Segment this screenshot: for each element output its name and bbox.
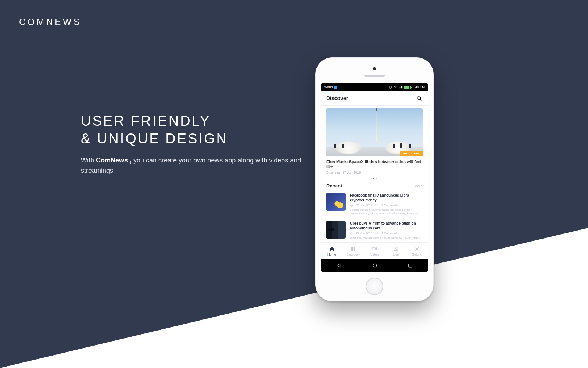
- background-dark-wedge: [0, 0, 588, 368]
- tab-label: Home: [327, 253, 336, 256]
- phone-power-button: [433, 112, 434, 128]
- article-comments: 2 Comments: [381, 204, 398, 207]
- clock-label: 2:49 PM: [412, 85, 425, 89]
- article-date: 30 Jun 2019: [356, 204, 372, 207]
- carrier-label: Warid: [324, 85, 333, 89]
- phone-volume-up: [315, 112, 316, 127]
- phone-mute-switch: [315, 97, 316, 106]
- brand-wordmark: COMNEWS: [19, 17, 82, 27]
- recents-button[interactable]: [408, 263, 413, 268]
- featured-card[interactable]: FEATURED Elon Musk: SpaceX flights betwe…: [326, 108, 423, 174]
- app-header: Discover: [321, 91, 428, 106]
- featured-meta: Business · 27 Jun 2019: [326, 171, 423, 174]
- featured-badge: FEATURED: [400, 151, 423, 156]
- promo-canvas: COMNEWS USER FRIENDLY & UNIQUE DESIGN Wi…: [0, 0, 588, 368]
- back-button[interactable]: [336, 262, 342, 268]
- article-excerpt: Uber said Wednesday it has acquired comp…: [350, 236, 423, 240]
- svg-point-3: [395, 248, 397, 250]
- tab-label: Setting: [412, 253, 422, 256]
- battery-icon: [404, 86, 411, 89]
- hero-headline-line2: & UNIQUE DESIGN: [81, 131, 228, 146]
- android-status-bar: Warid 2:49 PM: [321, 83, 428, 91]
- carousel-dots[interactable]: ●●●: [326, 174, 423, 181]
- svg-rect-6: [409, 264, 412, 267]
- wifi-icon: [394, 85, 398, 89]
- svg-point-4: [416, 248, 418, 250]
- hero-headline-line1: USER FRIENDLY: [81, 113, 211, 129]
- comment-icon: [375, 204, 379, 207]
- carrier-badge-icon: [334, 86, 337, 89]
- recent-more-link[interactable]: More: [414, 184, 423, 188]
- recent-header: Recent More: [326, 181, 423, 192]
- video-icon: [371, 246, 378, 252]
- comment-icon: [375, 232, 379, 235]
- article-excerpt: Facebook has finally revealed the detail…: [350, 208, 423, 216]
- article-thumbnail: [326, 221, 346, 239]
- tab-label: Category: [347, 253, 360, 256]
- gear-icon: [414, 246, 420, 252]
- hero-headline: USER FRIENDLY & UNIQUE DESIGN: [81, 112, 309, 147]
- article-date: 27 Jun 2019: [356, 232, 372, 235]
- phone-mockup: Warid 2:49 PM Discover: [315, 57, 434, 301]
- signal-icon: [399, 85, 403, 89]
- hero-subtext: With ComNews , you can create your own n…: [81, 156, 309, 176]
- search-icon[interactable]: [416, 95, 423, 101]
- clock-icon: [350, 232, 353, 235]
- clock-icon: [350, 204, 353, 207]
- article-title: Facebook finally announces Libra cryptoc…: [350, 193, 423, 203]
- content-scroll[interactable]: FEATURED Elon Musk: SpaceX flights betwe…: [321, 106, 428, 242]
- tab-live[interactable]: Live: [385, 243, 406, 259]
- grid-icon: [350, 246, 356, 252]
- app-header-title: Discover: [326, 95, 348, 101]
- tab-category[interactable]: Category: [343, 243, 364, 259]
- featured-title: Elon Musk: SpaceX flights between cities…: [326, 156, 423, 171]
- camera-icon: [392, 246, 399, 252]
- tab-home[interactable]: Home: [321, 243, 343, 259]
- article-title: Uber buys AI firm to advance push on aut…: [350, 221, 423, 231]
- hero-copy: USER FRIENDLY & UNIQUE DESIGN With ComNe…: [81, 112, 309, 176]
- svg-point-0: [417, 96, 421, 99]
- tab-setting[interactable]: Setting: [406, 243, 428, 259]
- phone-volume-down: [315, 130, 316, 144]
- article-comments: 1 Comments: [381, 232, 398, 235]
- tab-label: Live: [393, 253, 399, 256]
- tab-label: Video: [370, 253, 379, 256]
- article-thumbnail: [326, 193, 346, 211]
- bottom-tab-bar: Home Category Video Live Setting: [321, 242, 428, 259]
- phone-home-button: [366, 278, 383, 295]
- svg-point-5: [373, 264, 376, 267]
- vibrate-icon: [388, 85, 392, 89]
- featured-image: FEATURED: [326, 108, 423, 156]
- list-item[interactable]: Facebook finally announces Libra cryptoc…: [326, 192, 423, 220]
- list-item[interactable]: Uber buys AI firm to advance push on aut…: [326, 219, 423, 242]
- home-button[interactable]: [372, 262, 378, 268]
- home-icon: [329, 246, 335, 252]
- android-nav-bar: [321, 259, 428, 272]
- tab-video[interactable]: Video: [364, 243, 385, 259]
- phone-screen: Warid 2:49 PM Discover: [321, 83, 428, 272]
- recent-heading: Recent: [326, 183, 342, 189]
